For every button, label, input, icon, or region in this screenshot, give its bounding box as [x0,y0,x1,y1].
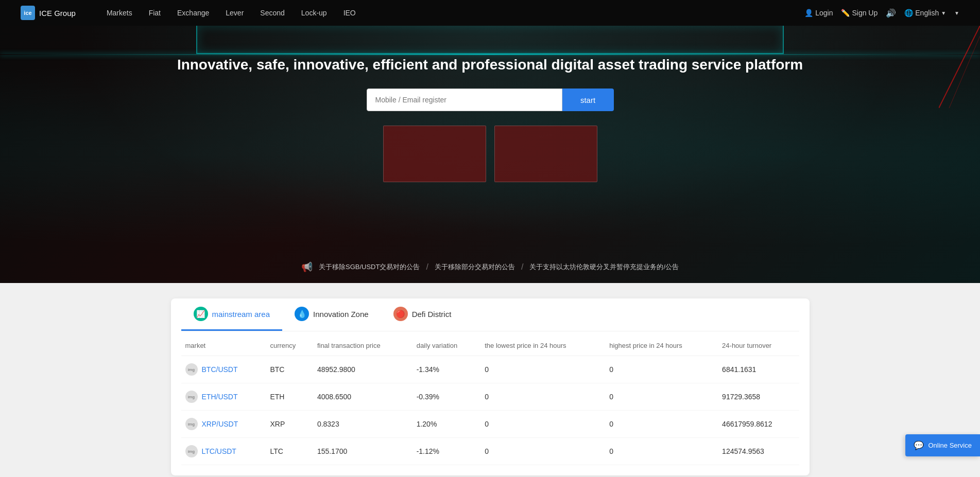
announcements-bar: 📢 关于移除SGB/USDT交易对的公告 / 关于移除部分交易对的公告 / 关于… [0,261,980,273]
language-selector[interactable]: 🌐 English ▼ [904,9,946,17]
nav-fiat[interactable]: Fiat [149,9,161,17]
tab-mainstream[interactable]: 📈 mainstream area [181,298,283,331]
mainstream-label: mainstream area [212,310,270,319]
pair-icon-0: img [185,363,198,376]
mainstream-icon: 📈 [194,307,208,321]
cell-change-2: 1.20% [412,411,481,438]
banner-image-1 [383,126,486,182]
extra-dropdown-arrow[interactable]: ▼ [954,10,959,16]
logo-text: ICE Group [39,9,76,17]
cell-price-3: 155.1700 [313,438,412,465]
col-market: market [181,335,266,356]
table-row[interactable]: img BTC/USDT BTC 48952.9800 -1.34% 0 0 6… [181,356,799,383]
nav-lockup[interactable]: Lock-up [301,9,327,17]
announcement-3[interactable]: 关于支持以太坊伦敦硬分叉并暂停充提业务的/公告 [529,262,679,272]
cell-pair-2[interactable]: img XRP/USDT [181,411,266,438]
login-button[interactable]: 👤 Login [804,9,833,17]
market-card: 📈 mainstream area 💧 Innovation Zone 🔴 De… [171,298,810,475]
cell-pair-0[interactable]: img BTC/USDT [181,356,266,383]
register-input[interactable] [367,89,562,111]
col-turnover: 24-hour turnover [718,335,799,356]
defi-icon: 🔴 [393,307,408,321]
col-currency: currency [266,335,313,356]
hero-teal-line [0,54,980,55]
online-service-button[interactable]: 💬 Online Service [905,434,980,456]
pair-icon-1: img [185,391,198,403]
banner-image-2 [494,126,597,182]
pair-icon-3: img [185,445,198,457]
logo[interactable]: ice ICE Group [21,6,76,20]
table-row[interactable]: img XRP/USDT XRP 0.8323 1.20% 0 0 466179… [181,411,799,438]
cell-turnover-2: 46617959.8612 [718,411,799,438]
pair-name-0: BTC/USDT [202,365,238,374]
language-dropdown-arrow: ▼ [941,10,946,16]
cell-price-1: 4008.6500 [313,383,412,411]
hero-section: Innovative, safe, innovative, efficient … [0,26,980,283]
signup-button[interactable]: ✏️ Sign Up [841,9,878,17]
market-tabs: 📈 mainstream area 💧 Innovation Zone 🔴 De… [181,298,799,331]
globe-icon: 🌐 [904,9,913,17]
cell-low-2: 0 [480,411,605,438]
nav-right: 👤 Login ✏️ Sign Up 🔊 🌐 English ▼ ▼ [804,8,959,18]
nav-links: Markets Fiat Exchange Lever Second Lock-… [107,9,804,17]
table-header-row: market currency final transaction price … [181,335,799,356]
online-service-label: Online Service [928,441,972,449]
nav-markets[interactable]: Markets [107,9,132,17]
navbar: ice ICE Group Markets Fiat Exchange Leve… [0,0,980,26]
cell-change-1: -0.39% [412,383,481,411]
cell-currency-3: LTC [266,438,313,465]
defi-label: Defi District [412,310,452,319]
table-row[interactable]: img ETH/USDT ETH 4008.6500 -0.39% 0 0 91… [181,383,799,411]
cell-pair-3[interactable]: img LTC/USDT [181,438,266,465]
cell-low-3: 0 [480,438,605,465]
chat-icon: 💬 [914,440,924,450]
col-low: the lowest price in 24 hours [480,335,605,356]
table-row[interactable]: img LTC/USDT LTC 155.1700 -1.12% 0 0 124… [181,438,799,465]
cell-change-3: -1.12% [412,438,481,465]
nav-lever[interactable]: Lever [226,9,244,17]
tab-innovation[interactable]: 💧 Innovation Zone [282,298,381,331]
logo-icon: ice [21,6,35,20]
cell-low-1: 0 [480,383,605,411]
register-form: start [367,89,614,111]
cell-turnover-3: 124574.9563 [718,438,799,465]
announcement-1[interactable]: 关于移除SGB/USDT交易对的公告 [319,262,420,272]
cell-turnover-1: 91729.3658 [718,383,799,411]
ann-separator-2: / [521,262,523,272]
cell-low-0: 0 [480,356,605,383]
nav-second[interactable]: Second [260,9,284,17]
innovation-icon: 💧 [295,307,309,321]
cell-change-0: -1.34% [412,356,481,383]
cell-currency-0: BTC [266,356,313,383]
innovation-label: Innovation Zone [313,310,369,319]
cell-high-2: 0 [605,411,718,438]
pair-name-1: ETH/USDT [202,393,238,401]
pair-name-3: LTC/USDT [202,447,236,455]
hero-banners [383,126,597,182]
user-icon: 👤 [804,9,813,17]
announcement-2[interactable]: 关于移除部分交易对的公告 [435,262,515,272]
cell-currency-1: ETH [266,383,313,411]
hero-title: Innovative, safe, innovative, efficient … [167,57,813,73]
cell-high-1: 0 [605,383,718,411]
tab-defi[interactable]: 🔴 Defi District [381,298,464,331]
cell-price-2: 0.8323 [313,411,412,438]
cell-high-3: 0 [605,438,718,465]
col-high: highest price in 24 hours [605,335,718,356]
market-table: market currency final transaction price … [181,335,799,465]
cell-turnover-0: 6841.1631 [718,356,799,383]
cell-price-0: 48952.9800 [313,356,412,383]
start-button[interactable]: start [562,89,614,111]
col-price: final transaction price [313,335,412,356]
market-section: 📈 mainstream area 💧 Innovation Zone 🔴 De… [0,283,980,477]
col-change: daily variation [412,335,481,356]
edit-icon: ✏️ [841,9,850,17]
cell-pair-1[interactable]: img ETH/USDT [181,383,266,411]
nav-ieo[interactable]: IEO [343,9,356,17]
pair-name-2: XRP/USDT [202,420,238,428]
hero-ceiling-decoration [196,26,784,54]
pair-icon-2: img [185,418,198,430]
sound-icon[interactable]: 🔊 [886,8,896,18]
nav-exchange[interactable]: Exchange [177,9,209,17]
cell-high-0: 0 [605,356,718,383]
